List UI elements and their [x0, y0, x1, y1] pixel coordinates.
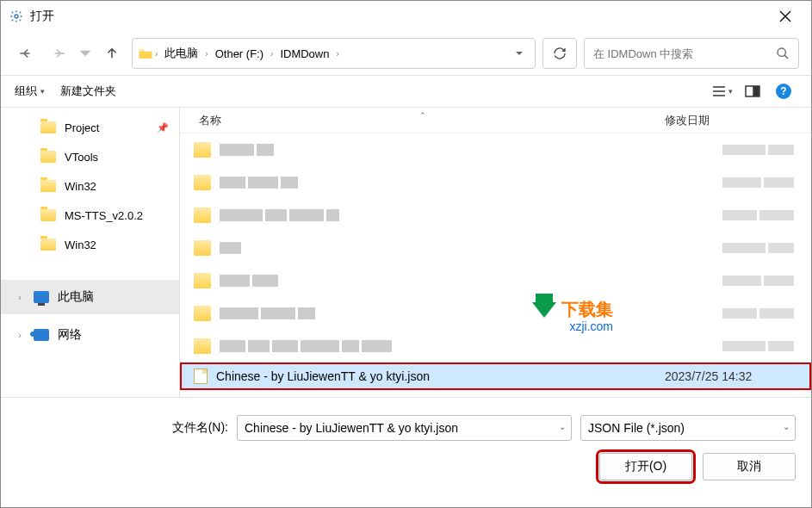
new-folder-label: 新建文件夹 — [60, 84, 116, 99]
chevron-right-icon: › — [203, 49, 209, 59]
filetype-dropdown[interactable]: ⌄ — [783, 422, 790, 431]
arrow-left-icon — [18, 46, 34, 61]
chevron-right-icon: › — [15, 292, 25, 302]
folder-icon — [40, 151, 56, 163]
breadcrumb-root[interactable]: 此电脑 — [159, 46, 203, 61]
toolbar: 组织 ▾ 新建文件夹 ▾ ? — [1, 75, 811, 108]
chevron-right-icon: › — [269, 49, 275, 59]
close-icon — [779, 10, 791, 22]
address-dropdown[interactable] — [509, 47, 530, 60]
new-folder-button[interactable]: 新建文件夹 — [60, 84, 116, 99]
refresh-icon — [553, 46, 567, 60]
sidebar-item-label: Project — [65, 121, 99, 134]
sidebar: Project 📌 VTools Win32 MS-TTS_v2.0.2 Win… — [1, 108, 180, 397]
chevron-down-icon — [78, 46, 92, 61]
chevron-right-icon: › — [15, 330, 25, 340]
pc-icon — [34, 291, 49, 303]
svg-rect-10 — [754, 87, 759, 96]
list-item[interactable] — [180, 232, 811, 264]
list-item[interactable] — [180, 297, 811, 330]
filename-input[interactable] — [245, 416, 564, 440]
svg-point-0 — [15, 15, 18, 18]
organize-label: 组织 — [15, 84, 37, 99]
arrow-up-icon — [104, 46, 120, 61]
sidebar-item-label: VTools — [65, 151, 98, 164]
help-button[interactable]: ? — [770, 79, 797, 103]
column-date[interactable]: 修改日期 — [665, 113, 811, 128]
sidebar-item-label: Win32 — [65, 180, 96, 193]
folder-icon — [40, 180, 56, 192]
list-item[interactable] — [180, 264, 811, 297]
back-button[interactable] — [13, 40, 39, 66]
forward-button[interactable] — [46, 40, 71, 66]
breadcrumb-drive[interactable]: Other (F:) — [210, 47, 269, 60]
chevron-right-icon: › — [334, 49, 340, 59]
folder-icon — [40, 209, 56, 221]
file-pane: ⌃ 名称 修改日期 Chinese - by LiuJiewenTT & yo … — [180, 108, 811, 397]
refresh-button[interactable] — [542, 38, 577, 69]
sidebar-network[interactable]: › 网络 — [1, 318, 179, 352]
list-item-selected[interactable]: Chinese - by LiuJiewenTT & yo ktyi.json … — [180, 362, 811, 390]
open-button[interactable]: 打开(O) — [599, 453, 692, 480]
sidebar-item-label: Win32 — [65, 239, 96, 251]
folder-icon — [138, 46, 153, 61]
nav-bar: › 此电脑 › Other (F:) › IDMDown › — [1, 32, 811, 75]
search-input[interactable] — [593, 47, 776, 60]
sidebar-item-vtools[interactable]: VTools — [1, 142, 179, 171]
sidebar-group-label: 网络 — [58, 327, 82, 343]
file-name: Chinese - by LiuJiewenTT & yo ktyi.json — [216, 369, 665, 383]
filename-combobox[interactable]: ⌄ — [237, 415, 572, 441]
column-headers: ⌃ 名称 修改日期 — [180, 108, 811, 133]
search-box[interactable] — [584, 38, 799, 69]
sidebar-item-project[interactable]: Project 📌 — [1, 113, 179, 142]
gear-icon — [9, 9, 23, 23]
dialog-body: Project 📌 VTools Win32 MS-TTS_v2.0.2 Win… — [1, 108, 811, 397]
sidebar-item-mstts[interactable]: MS-TTS_v2.0.2 — [1, 201, 179, 230]
list-item[interactable] — [180, 166, 811, 199]
svg-point-3 — [778, 48, 785, 56]
cancel-button[interactable]: 取消 — [703, 453, 796, 480]
chevron-right-icon: › — [153, 49, 159, 59]
arrow-right-icon — [51, 46, 66, 61]
up-button[interactable] — [99, 40, 125, 66]
list-item[interactable] — [180, 133, 811, 166]
svg-line-4 — [784, 55, 788, 59]
breadcrumb-folder[interactable]: IDMDown — [275, 47, 334, 60]
folder-icon — [40, 239, 56, 251]
folder-icon — [40, 121, 56, 133]
list-view-icon — [711, 85, 727, 97]
organize-menu[interactable]: 组织 ▾ — [15, 84, 45, 99]
view-menu[interactable]: ▾ — [708, 79, 735, 103]
pin-icon: 📌 — [157, 122, 169, 133]
recent-dropdown[interactable] — [78, 40, 92, 66]
file-list[interactable]: Chinese - by LiuJiewenTT & yo ktyi.json … — [180, 133, 811, 392]
filename-label: 文件名(N): — [16, 420, 228, 436]
title-bar: 打开 — [1, 1, 811, 32]
sidebar-this-pc[interactable]: › 此电脑 — [1, 280, 179, 314]
sidebar-item-win32-2[interactable]: Win32 — [1, 230, 179, 259]
sidebar-item-label: MS-TTS_v2.0.2 — [65, 209, 143, 222]
column-name[interactable]: ⌃ 名称 — [180, 113, 665, 128]
list-item[interactable] — [180, 330, 811, 362]
file-date: 2023/7/25 14:32 — [665, 369, 811, 383]
preview-pane-icon — [745, 85, 760, 97]
sort-asc-icon: ⌃ — [419, 111, 426, 120]
sidebar-item-win32[interactable]: Win32 — [1, 171, 179, 201]
filetype-select[interactable]: JSON File (*.json) ⌄ — [580, 415, 796, 441]
address-bar[interactable]: › 此电脑 › Other (F:) › IDMDown › — [132, 38, 536, 69]
close-button[interactable] — [768, 1, 803, 32]
network-icon — [34, 329, 49, 341]
dialog-footer: 文件名(N): ⌄ JSON File (*.json) ⌄ 打开(O) 取消 — [1, 397, 811, 491]
search-icon — [776, 46, 790, 60]
filename-dropdown[interactable]: ⌄ — [559, 422, 566, 431]
sidebar-group-label: 此电脑 — [58, 289, 94, 305]
caret-down-icon: ▾ — [40, 87, 45, 96]
help-icon: ? — [776, 84, 791, 99]
preview-pane-button[interactable] — [739, 79, 766, 103]
list-item[interactable] — [180, 199, 811, 232]
chevron-down-icon — [515, 49, 524, 58]
json-file-icon — [194, 369, 208, 384]
filetype-label: JSON File (*.json) — [588, 421, 685, 435]
window-title: 打开 — [30, 9, 54, 24]
